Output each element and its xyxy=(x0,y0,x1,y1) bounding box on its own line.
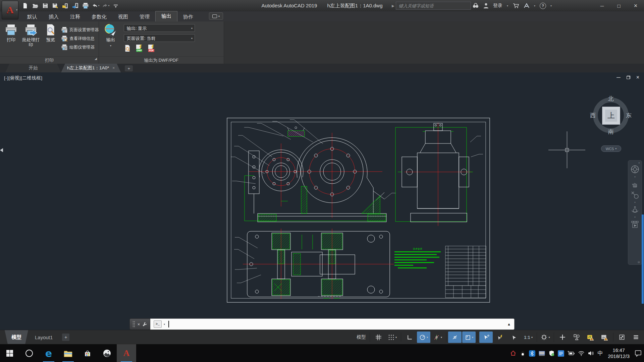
showmotion-icon[interactable] xyxy=(631,220,639,229)
new-tab-button[interactable]: + xyxy=(125,65,133,71)
drawing-canvas[interactable]: 技术要求 [-][俯视][二维线框] xyxy=(0,72,644,330)
file-tab-start[interactable]: 开始 xyxy=(5,64,61,72)
tab-parametric[interactable]: 参数化 xyxy=(86,12,112,21)
ortho-toggle[interactable] xyxy=(403,331,416,343)
selection-filter-button[interactable] xyxy=(570,331,583,343)
view-cube-top-face[interactable]: 上 xyxy=(602,107,620,125)
view-cube-south[interactable]: 南 xyxy=(608,128,614,136)
help-dropdown-icon[interactable]: ▾ xyxy=(550,4,552,7)
new-file-icon[interactable] xyxy=(21,1,30,10)
tray-app-house-icon[interactable] xyxy=(510,350,517,357)
ime-language-indicator[interactable]: 中 xyxy=(597,350,603,357)
palette-flyout-arrow-icon[interactable] xyxy=(0,148,3,152)
export-button[interactable]: 输出 ▾ xyxy=(101,23,120,48)
view-cube-west[interactable]: 西 xyxy=(590,112,596,119)
export-pdf-icon[interactable]: PDF xyxy=(147,44,155,52)
tab-annotate[interactable]: 注释 xyxy=(64,12,86,21)
tab-collaborate[interactable]: 协作 xyxy=(177,12,199,21)
dynamic-input-toggle[interactable] xyxy=(479,331,493,343)
zoom-dropdown-icon[interactable]: ▾ xyxy=(634,201,636,203)
wheel-dropdown-icon[interactable]: ▾ xyxy=(634,176,636,178)
start-button[interactable] xyxy=(0,344,19,362)
file-explorer-taskbar-icon[interactable] xyxy=(58,344,78,362)
action-center-icon[interactable] xyxy=(635,350,642,357)
maximize-button[interactable]: □ xyxy=(610,0,627,11)
hardware-acceleration-warning-icon[interactable] xyxy=(584,331,597,343)
customize-wrench-icon[interactable] xyxy=(142,322,147,327)
app-store-cart-icon[interactable] xyxy=(513,3,519,9)
doc-minimize-icon[interactable]: ─ xyxy=(616,74,620,80)
photos-taskbar-icon[interactable] xyxy=(97,344,117,362)
grid-toggle[interactable] xyxy=(372,331,385,343)
plotter-manager-button[interactable]: 绘图仪管理器 xyxy=(61,43,99,52)
annotation-visibility-toggle[interactable] xyxy=(493,331,507,343)
page-setup-dropdown[interactable]: 页面设置: 当前▾ xyxy=(124,34,195,42)
search-expand-icon[interactable]: ▶ xyxy=(392,4,394,8)
help-icon[interactable]: ? xyxy=(540,3,546,9)
command-history-expand-icon[interactable]: ▲ xyxy=(507,322,511,326)
wcs-menu[interactable]: WCS▾ xyxy=(601,145,621,152)
tab-default[interactable]: 默认 xyxy=(21,12,43,21)
export-to-dropdown[interactable]: 输出: 显示▾ xyxy=(124,24,195,32)
doc-close-icon[interactable]: × xyxy=(636,74,639,80)
zoom-extents-icon[interactable] xyxy=(631,191,639,199)
lineweight-toggle[interactable]: ▾ xyxy=(462,331,476,343)
file-tab-close-icon[interactable]: × xyxy=(112,64,115,72)
plot-button[interactable]: 打印 xyxy=(2,23,20,42)
sign-in-button[interactable]: 登录 xyxy=(493,3,502,9)
save-icon[interactable] xyxy=(41,1,50,10)
search-icon[interactable] xyxy=(472,3,479,9)
page-setup-manager-button[interactable]: 页面设置管理器 xyxy=(61,25,99,34)
redo-button[interactable]: ▾ xyxy=(101,1,110,10)
tab-manage[interactable]: 管理 xyxy=(134,12,155,21)
viewport-controls-label[interactable]: [-][俯视][二维线框] xyxy=(4,75,43,81)
view-details-button[interactable]: 查看详细信息 xyxy=(61,34,99,43)
ms-store-taskbar-icon[interactable] xyxy=(78,344,97,362)
autocad-taskbar-icon[interactable]: A xyxy=(117,344,136,362)
open-file-icon[interactable] xyxy=(31,1,40,10)
view-cube-north[interactable]: 北 xyxy=(608,95,614,103)
recent-commands-dropdown-icon[interactable]: ▾ xyxy=(164,323,165,326)
clean-screen-button[interactable] xyxy=(615,331,629,343)
command-input-field[interactable]: >_ ▾ ▲ xyxy=(150,318,515,330)
layout-tab-layout1[interactable]: Layout1 xyxy=(28,330,59,344)
annotation-scale-button[interactable]: 1:1▾ xyxy=(522,331,535,343)
autoscale-toggle[interactable] xyxy=(507,331,521,343)
orbit-icon[interactable] xyxy=(631,205,639,214)
open-from-web-mobile-icon[interactable] xyxy=(61,1,70,10)
view-cube-east[interactable]: 东 xyxy=(626,112,632,119)
save-as-icon[interactable] xyxy=(51,1,60,10)
tray-ime-app-icon[interactable] xyxy=(558,350,564,357)
object-snap-toggle[interactable] xyxy=(448,331,462,343)
sign-in-dropdown-icon[interactable]: ▾ xyxy=(507,4,508,7)
tray-bluetooth-icon[interactable] xyxy=(529,350,535,357)
preview-small-icon[interactable] xyxy=(124,45,131,52)
close-button[interactable]: × xyxy=(627,0,644,11)
tray-battery-icon[interactable] xyxy=(567,350,575,356)
vertical-scrollbar-thumb[interactable] xyxy=(642,215,644,304)
export-dwf-icon[interactable]: DWF xyxy=(135,44,143,52)
navbar-collapse-icon[interactable]: ⊖ xyxy=(637,260,640,264)
plot-icon[interactable] xyxy=(81,1,90,10)
dialog-launcher-icon[interactable]: ◢ xyxy=(95,55,97,62)
customization-menu-button[interactable] xyxy=(629,331,643,343)
view-cube[interactable]: 北 南 西 东 上 xyxy=(590,95,632,136)
file-tab-document[interactable]: h左上装配图1：1A0*× xyxy=(61,64,121,72)
search-input[interactable] xyxy=(396,2,471,10)
autodesk-exchange-icon[interactable] xyxy=(524,3,530,8)
plot-panel-label[interactable]: 打印◢ xyxy=(0,56,99,64)
annotation-monitor-toggle[interactable] xyxy=(556,331,569,343)
tab-output[interactable]: 输出 xyxy=(155,11,177,21)
orbit-dropdown-icon[interactable]: ▾ xyxy=(634,216,636,218)
ribbon-display-toggle[interactable]: ▾ xyxy=(209,12,223,20)
workspace-switch-button[interactable]: ▾ xyxy=(539,331,552,343)
image-quality-warning-icon[interactable] xyxy=(598,331,611,343)
pan-hand-icon[interactable] xyxy=(631,180,639,189)
layout-tab-model[interactable]: 模型 xyxy=(5,330,28,344)
tab-view[interactable]: 视图 xyxy=(112,12,134,21)
taskbar-clock[interactable]: 16:47 2018/12/3 xyxy=(608,347,630,359)
command-line-palette[interactable]: × >_ ▾ ▲ xyxy=(129,318,515,330)
command-close-icon[interactable]: × xyxy=(138,322,140,327)
user-icon[interactable] xyxy=(483,3,489,9)
steering-wheel-icon[interactable] xyxy=(630,165,640,174)
